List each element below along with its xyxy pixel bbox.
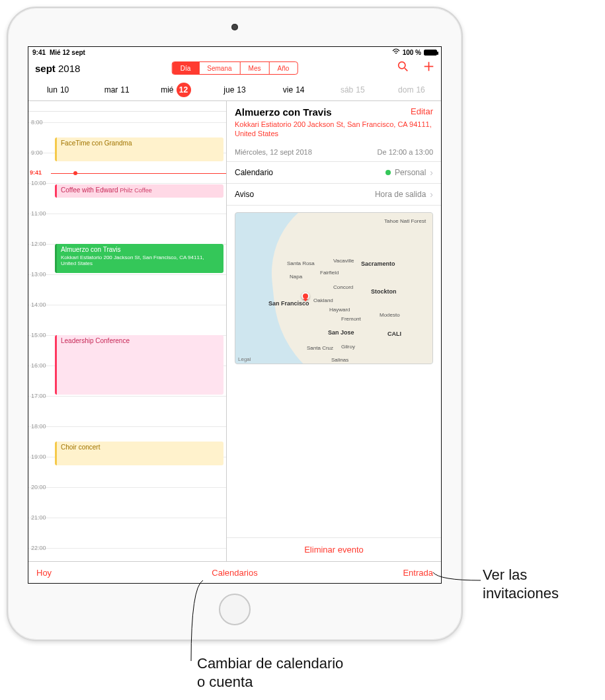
svg-line-1 (405, 68, 407, 71)
callout-line-inbox (433, 572, 483, 582)
day-strip: lun10 mar11 mié12 jue13 vie14 sáb15 dom1… (28, 79, 441, 101)
day-fri[interactable]: vie14 (264, 79, 323, 100)
search-icon[interactable] (397, 61, 409, 75)
detail-location[interactable]: Kokkari Estiatorio 200 Jackson St, San F… (235, 120, 433, 139)
segment-day[interactable]: Día (173, 62, 200, 74)
day-mon[interactable]: lun10 (28, 79, 87, 100)
event-choir[interactable]: Choir concert (55, 442, 223, 465)
day-sat[interactable]: sáb15 (323, 79, 382, 100)
segment-month[interactable]: Mes (241, 62, 270, 74)
calendar-color-dot (385, 170, 391, 175)
map-city-label: San Jose (328, 329, 354, 336)
event-detail-panel: Almuerzo con Travis Editar Kokkari Estia… (227, 101, 441, 561)
map-pin-icon (302, 292, 309, 300)
status-time: 9:41 (32, 49, 46, 56)
map-preview[interactable]: Santa RosaNapaFairfieldVacavilleSacramen… (235, 212, 433, 364)
main-split: 8:00 9:00 10:00 11:00 12:00 13:00 14:00 … (28, 101, 441, 562)
inbox-button[interactable]: Entrada (403, 568, 433, 578)
map-city-label: Oakland (313, 297, 333, 303)
callout-line-calendars (188, 580, 202, 661)
delete-event-button[interactable]: Eliminar evento (227, 537, 441, 561)
map-city-label: Salinas (331, 357, 348, 363)
day-tue[interactable]: mar11 (87, 79, 146, 100)
map-city-label: Tahoe Natl Forest (384, 218, 426, 224)
map-city-label: Fairfield (320, 270, 339, 276)
map-city-label: Santa Cruz (307, 345, 333, 351)
add-icon[interactable] (423, 61, 434, 75)
calendars-button[interactable]: Calendarios (212, 568, 257, 578)
map-city-label: Hayward (329, 307, 350, 313)
edit-button[interactable]: Editar (411, 106, 433, 116)
day-thu[interactable]: jue13 (205, 79, 264, 100)
ipad-frame: 9:41 Mié 12 sept 100 % sept 2018 Día Sem… (7, 7, 463, 641)
now-indicator: 9:41 (51, 173, 226, 174)
map-city-label: Gilroy (341, 344, 355, 350)
battery-percent: 100 % (403, 49, 421, 56)
svg-point-0 (399, 62, 405, 69)
map-city-label: Napa (290, 274, 302, 280)
chevron-right-icon: › (430, 167, 433, 178)
event-facetime[interactable]: FaceTime con Grandma (55, 137, 223, 161)
allday-row (28, 101, 226, 112)
map-city-label: Modesto (380, 312, 400, 318)
map-city-label: Vacaville (333, 258, 354, 264)
bottom-toolbar: Hoy Calendarios Entrada (28, 562, 441, 583)
wifi-icon (392, 48, 400, 56)
month-label[interactable]: sept 2018 (35, 63, 80, 74)
map-city-label: Santa Rosa (287, 260, 315, 266)
screen: 9:41 Mié 12 sept 100 % sept 2018 Día Sem… (28, 46, 442, 584)
timeline[interactable]: 8:00 9:00 10:00 11:00 12:00 13:00 14:00 … (28, 101, 227, 561)
view-segmented-control[interactable]: Día Semana Mes Año (172, 61, 298, 75)
callout-inbox: Ver las invitaciones (483, 566, 559, 602)
status-bar: 9:41 Mié 12 sept 100 % (28, 47, 441, 58)
day-wed[interactable]: mié12 (146, 79, 205, 100)
segment-week[interactable]: Semana (199, 62, 240, 74)
chevron-right-icon: › (430, 189, 433, 200)
status-date: Mié 12 sept (50, 49, 85, 56)
hours-grid: 8:00 9:00 10:00 11:00 12:00 13:00 14:00 … (28, 112, 226, 561)
day-sun[interactable]: dom16 (382, 79, 441, 100)
event-lunch[interactable]: Almuerzo con Travis Kokkari Estiatorio 2… (55, 244, 223, 273)
detail-title: Almuerzo con Travis (235, 106, 433, 118)
detail-datetime: Miércoles, 12 sept 2018 De 12:00 a 13:00 (227, 143, 441, 162)
segment-year[interactable]: Año (269, 62, 297, 74)
camera (231, 24, 238, 30)
alert-row[interactable]: Aviso Hora de salida› (227, 184, 441, 206)
home-button[interactable] (219, 594, 251, 625)
today-button[interactable]: Hoy (36, 568, 52, 578)
map-city-label: King City (371, 364, 392, 364)
top-nav: sept 2018 Día Semana Mes Año (28, 58, 441, 79)
callout-calendars: Cambiar de calendario o cuenta (197, 654, 343, 691)
map-city-label: Concord (333, 284, 353, 290)
map-city-label: Sacramento (361, 260, 395, 267)
map-city-label: CALI (387, 331, 401, 337)
map-legal[interactable]: Legal (238, 356, 251, 362)
map-city-label: Stockton (371, 288, 397, 295)
event-conf[interactable]: Leadership Conference (55, 335, 223, 395)
battery-icon (424, 50, 437, 56)
event-coffee[interactable]: Coffee with Edward Philz Coffee (55, 184, 223, 198)
calendar-row[interactable]: Calendario Personal› (227, 162, 441, 184)
map-city-label: Fremont (341, 316, 361, 322)
